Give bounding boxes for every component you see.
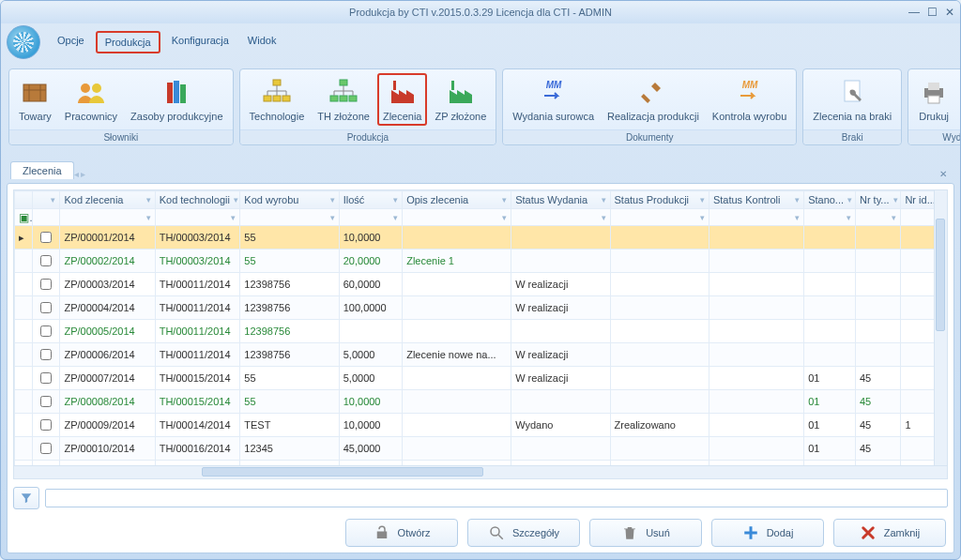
add-button[interactable]: Dodaj: [711, 519, 824, 547]
cell-stano[interactable]: [804, 343, 856, 367]
cell-kod-zlecenia[interactable]: ZP/00009/2014: [60, 414, 155, 437]
cell-stano[interactable]: [804, 273, 856, 296]
cell-nr-ty[interactable]: 45: [855, 414, 900, 437]
filter-cell[interactable]: ▾: [240, 209, 339, 226]
new-row-icon[interactable]: ▣: [19, 211, 32, 224]
funnel-icon[interactable]: ▾: [234, 195, 238, 204]
cell-stano[interactable]: [804, 296, 856, 320]
column-header[interactable]: Stano...▾: [804, 191, 856, 209]
cell-nr-ty[interactable]: 45: [855, 437, 900, 461]
funnel-icon[interactable]: ▾: [700, 195, 705, 204]
row-checkbox-cell[interactable]: [32, 367, 60, 390]
row-checkbox[interactable]: [40, 325, 52, 337]
ribbon-towary[interactable]: Towary: [13, 73, 57, 126]
ribbon-pracownicy[interactable]: Pracownicy: [59, 73, 123, 126]
cell-status-kontroli[interactable]: [709, 367, 803, 390]
ribbon-wydania-surowca[interactable]: MMWydania surowca: [507, 73, 600, 126]
cell-kod-wyrobu[interactable]: 12398756: [240, 273, 339, 296]
table-row[interactable]: ZP/00007/2014TH/00015/2014555,0000W real…: [15, 367, 947, 390]
filter-cell[interactable]: ▾: [511, 209, 610, 226]
menu-item-produkcja[interactable]: Produkcja: [96, 31, 160, 53]
funnel-icon[interactable]: ▾: [146, 195, 151, 204]
column-header[interactable]: Opis zlecenia▾: [403, 191, 511, 209]
open-button[interactable]: Otwórz: [345, 519, 458, 547]
tab-arrows-icon[interactable]: ◂ ▸: [74, 169, 90, 179]
table-row[interactable]: ZP/00005/2014TH/00011/201412398756: [15, 320, 947, 343]
cell-nr-ty[interactable]: [855, 296, 900, 320]
ribbon-zlecenia-na-braki[interactable]: Zlecenia na braki: [807, 73, 897, 126]
filter-cell[interactable]: ▾: [855, 209, 900, 226]
table-row[interactable]: ZP/00010/2014TH/00016/20141234545,000001…: [15, 437, 947, 461]
cell-kod-zlecenia[interactable]: ZP/00006/2014: [60, 343, 155, 367]
cell-status-kontroli[interactable]: [709, 390, 803, 414]
cell-nr-ty[interactable]: [855, 343, 900, 367]
cell-nr-ty[interactable]: [855, 250, 900, 273]
cell-status-kontroli[interactable]: [709, 226, 803, 250]
cell-kod-wyrobu[interactable]: 55: [240, 226, 339, 250]
cell-stano[interactable]: [804, 320, 856, 343]
row-checkbox[interactable]: [40, 443, 52, 454]
vertical-scrollbar[interactable]: [934, 190, 947, 465]
table-row[interactable]: ZP/00008/2014TH/00015/20145510,00000145: [15, 390, 947, 414]
row-checkbox[interactable]: [40, 372, 52, 384]
cell-kod-technologii[interactable]: TH/00003/2014: [155, 250, 240, 273]
row-checkbox[interactable]: [40, 419, 52, 431]
row-checkbox[interactable]: [40, 232, 52, 243]
table-row[interactable]: ZP/00006/2014TH/00011/2014123987565,0000…: [15, 343, 947, 367]
cell-opis[interactable]: [403, 273, 511, 296]
ribbon-zp-złożone[interactable]: ZP złożone: [429, 73, 492, 126]
cell-status-produkcji[interactable]: [610, 367, 709, 390]
cell-kod-wyrobu[interactable]: 12345: [240, 437, 339, 461]
cell-ilosc[interactable]: [339, 320, 402, 343]
cell-nr-ty[interactable]: 45: [855, 390, 900, 414]
cell-status-produkcji[interactable]: [610, 343, 709, 367]
row-checkbox[interactable]: [40, 279, 52, 290]
cell-opis[interactable]: [403, 367, 511, 390]
filter-cell[interactable]: ▾: [60, 209, 155, 226]
cell-opis[interactable]: [403, 390, 511, 414]
funnel-icon[interactable]: ▾: [847, 213, 851, 222]
cell-ilosc[interactable]: 10,0000: [339, 414, 402, 437]
filter-cell[interactable]: ▾: [403, 209, 511, 226]
cell-stano[interactable]: 01: [804, 437, 856, 461]
cell-opis[interactable]: Zlecenie 1: [403, 250, 511, 273]
cell-status-kontroli[interactable]: [709, 250, 803, 273]
cell-kod-zlecenia[interactable]: ZP/00007/2014: [60, 367, 155, 390]
filter-cell[interactable]: ▣: [15, 209, 33, 226]
cell-kod-zlecenia[interactable]: ZP/00003/2014: [60, 273, 155, 296]
app-logo-icon[interactable]: [7, 25, 40, 59]
cell-ilosc[interactable]: 10,0000: [339, 390, 402, 414]
funnel-icon[interactable]: ▾: [602, 195, 606, 204]
cell-status-produkcji[interactable]: [610, 296, 709, 320]
cell-ilosc[interactable]: 100,0000: [339, 296, 402, 320]
cell-kod-technologii[interactable]: TH/00011/2014: [155, 296, 240, 320]
column-header[interactable]: Status Kontroli▾: [709, 191, 803, 209]
horizontal-scrollbar[interactable]: [13, 466, 948, 479]
cell-kod-technologii[interactable]: TH/00011/2014: [155, 343, 240, 367]
cell-stano[interactable]: 01: [804, 367, 856, 390]
cell-kod-technologii[interactable]: TH/00016/2014: [155, 437, 240, 461]
row-checkbox-cell[interactable]: [32, 250, 60, 273]
cell-ilosc[interactable]: 60,0000: [339, 273, 402, 296]
cell-kod-wyrobu[interactable]: 55: [240, 390, 339, 414]
menu-item-opcje[interactable]: Opcje: [50, 31, 92, 53]
cell-opis[interactable]: [403, 414, 511, 437]
ribbon-drukuj[interactable]: Drukuj: [912, 73, 955, 126]
funnel-icon[interactable]: ▾: [330, 195, 335, 204]
cell-status-wydania[interactable]: W realizacji: [511, 296, 610, 320]
row-checkbox[interactable]: [40, 302, 52, 313]
funnel-icon[interactable]: ▾: [51, 195, 55, 204]
cell-status-produkcji[interactable]: [610, 273, 709, 296]
funnel-icon[interactable]: ▾: [892, 213, 896, 222]
cell-status-wydania[interactable]: W realizacji: [511, 343, 610, 367]
details-button[interactable]: Szczegóły: [467, 519, 580, 547]
funnel-icon[interactable]: ▾: [502, 195, 507, 204]
funnel-icon[interactable]: ▾: [847, 195, 852, 204]
cell-status-produkcji[interactable]: [610, 437, 709, 461]
row-checkbox-cell[interactable]: [32, 437, 60, 461]
cell-kod-zlecenia[interactable]: ZP/00010/2014: [60, 437, 155, 461]
ribbon-zasoby-produkcyjne[interactable]: Zasoby produkcyjne: [125, 73, 228, 126]
tab-zlecenia[interactable]: Zlecenia: [10, 161, 74, 179]
filter-cell[interactable]: [32, 209, 60, 226]
cell-stano[interactable]: [804, 226, 856, 250]
